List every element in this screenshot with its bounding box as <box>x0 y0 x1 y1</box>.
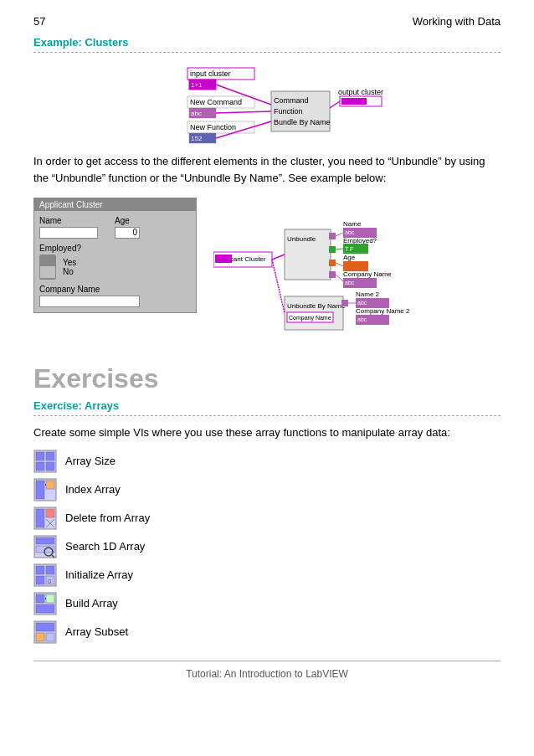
list-item-build-array: Build Array <box>33 592 501 615</box>
svg-rect-64 <box>36 462 44 471</box>
svg-text:1+1: 1+1 <box>191 81 203 89</box>
array-size-label: Array Size <box>65 455 116 467</box>
svg-text:Name: Name <box>343 220 362 228</box>
array-subset-icon <box>33 620 57 644</box>
svg-text:Function: Function <box>274 107 303 116</box>
svg-rect-72 <box>46 509 54 517</box>
footer-text: Tutorial: An Introduction to LabVIEW <box>186 668 348 680</box>
svg-rect-25 <box>215 255 232 263</box>
list-item-delete-array: Delete from Array <box>33 507 501 530</box>
svg-rect-83 <box>36 576 44 584</box>
list-item-array-subset: Array Subset <box>33 620 501 644</box>
fp-no-label: No <box>63 267 76 276</box>
delete-array-label: Delete from Array <box>65 512 150 524</box>
exercises-section: Exercises Exercise: Arrays Create some s… <box>33 363 501 644</box>
page-header: 57 Working with Data <box>33 15 501 28</box>
page-number: 57 <box>33 15 45 28</box>
exercise-divider <box>33 415 501 416</box>
svg-rect-71 <box>36 509 44 527</box>
svg-rect-94 <box>46 633 54 641</box>
exercises-heading: Exercises <box>33 363 501 394</box>
svg-text:Company Name: Company Name <box>343 270 392 278</box>
svg-text:abc: abc <box>357 300 367 306</box>
svg-text:abc: abc <box>345 229 355 235</box>
svg-rect-67 <box>36 481 44 499</box>
svg-line-22 <box>330 101 340 108</box>
svg-line-56 <box>336 233 343 236</box>
fp-employed-label: Employed? <box>39 244 191 253</box>
svg-text:Bundle By Name: Bundle By Name <box>274 118 331 126</box>
fp-age-input: 0 <box>115 227 140 239</box>
svg-text:New Function: New Function <box>190 123 236 131</box>
svg-line-58 <box>336 263 343 266</box>
svg-line-55 <box>272 260 285 313</box>
unbundle-diagram-svg: Applicant Cluster Unbundle Name abc Empl… <box>213 198 490 344</box>
svg-text:abc: abc <box>357 316 367 322</box>
svg-rect-93 <box>36 633 44 641</box>
index-array-icon <box>33 478 57 501</box>
svg-rect-63 <box>46 452 54 460</box>
svg-text:abc: abc <box>191 110 202 117</box>
svg-rect-28 <box>329 233 336 239</box>
svg-text:0: 0 <box>48 578 52 585</box>
svg-rect-92 <box>36 623 54 631</box>
svg-rect-30 <box>329 260 336 266</box>
fp-age-label: Age <box>115 216 140 225</box>
page-footer: Tutorial: An Introduction to LabVIEW <box>33 661 501 680</box>
svg-rect-47 <box>341 300 348 306</box>
svg-text:abc: abc <box>345 280 355 285</box>
build-array-label: Build Array <box>65 597 118 609</box>
exercise-arrays-title: Exercise: Arrays <box>33 399 501 412</box>
block-diagram-top: input cluster 1+1 New Command abc New Fu… <box>33 61 501 145</box>
example-description: In order to get access to the different … <box>33 153 501 186</box>
example-clusters-title: Example: Clusters <box>33 36 501 49</box>
fp-name-label: Name <box>39 216 98 225</box>
svg-rect-89 <box>36 604 54 613</box>
unbundle-diagram-row: Applicant Cluster Name Age 0 Employed <box>33 198 501 347</box>
search-array-icon <box>33 535 57 558</box>
svg-rect-81 <box>36 566 44 574</box>
unbundle-block-diagram: Applicant Cluster Unbundle Name abc Empl… <box>213 198 501 347</box>
svg-rect-31 <box>329 271 336 278</box>
svg-rect-88 <box>46 594 54 603</box>
svg-text:Name 2: Name 2 <box>356 291 380 298</box>
svg-text:Command: Command <box>274 96 309 105</box>
svg-text:output cluster: output cluster <box>338 88 383 96</box>
exercise-description: Create some simple VIs where you use the… <box>33 424 501 441</box>
section-divider <box>33 52 501 53</box>
svg-rect-65 <box>46 462 54 471</box>
svg-text:152: 152 <box>191 135 203 142</box>
array-subset-label: Array Subset <box>65 625 128 638</box>
svg-text:T F: T F <box>345 246 353 252</box>
svg-text:input cluster: input cluster <box>190 69 231 78</box>
svg-rect-29 <box>329 246 336 253</box>
svg-rect-76 <box>36 537 54 544</box>
search-array-label: Search 1D Array <box>65 540 145 553</box>
svg-rect-62 <box>36 452 44 460</box>
svg-text:Company Name 2: Company Name 2 <box>356 307 410 315</box>
front-panel: Applicant Cluster Name Age 0 Employed <box>33 198 197 313</box>
clusters-block-diagram-svg: input cluster 1+1 New Command abc New Fu… <box>137 61 397 145</box>
initialize-array-label: Initialize Array <box>65 568 133 581</box>
fp-company-input <box>39 296 140 307</box>
fp-company-label: Company Name <box>39 285 191 294</box>
svg-line-59 <box>336 275 343 281</box>
initialize-array-icon: 0 <box>33 563 57 587</box>
svg-text:Unbundle: Unbundle <box>287 235 316 243</box>
array-functions-list: Array Size Index Array <box>33 450 501 644</box>
list-item-index-array: Index Array <box>33 478 501 501</box>
list-item-search-array: Search 1D Array <box>33 535 501 558</box>
svg-rect-87 <box>36 594 44 603</box>
delete-array-icon <box>33 507 57 530</box>
fp-yes-label: Yes <box>63 258 76 267</box>
page-title-header: Working with Data <box>413 15 501 28</box>
fp-name-input <box>39 227 98 239</box>
array-size-icon <box>33 450 57 473</box>
front-panel-title: Applicant Cluster <box>34 198 196 211</box>
svg-text:Company Name: Company Name <box>289 315 331 321</box>
list-item-array-size: Array Size <box>33 450 501 473</box>
svg-rect-68 <box>46 481 54 489</box>
svg-text:New Command: New Command <box>190 98 242 106</box>
fp-toggle <box>39 255 56 280</box>
svg-line-20 <box>216 111 271 113</box>
